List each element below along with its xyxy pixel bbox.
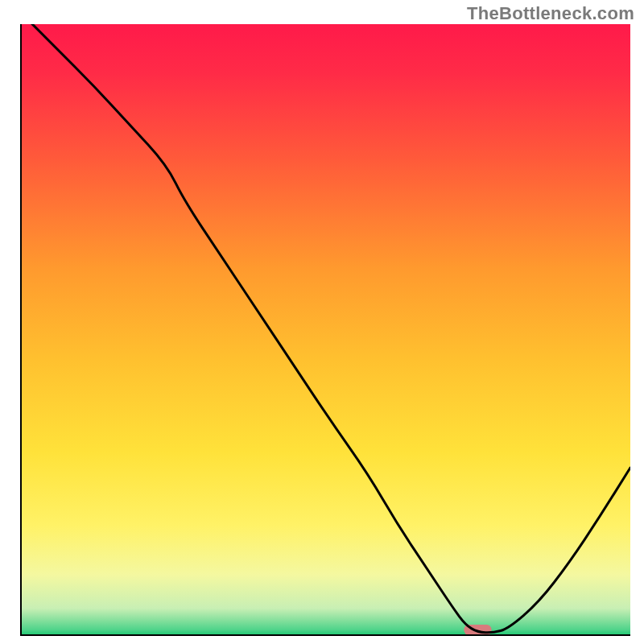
chart-background [20, 24, 630, 636]
bottleneck-chart [20, 24, 630, 636]
watermark: TheBottleneck.com [467, 3, 634, 24]
